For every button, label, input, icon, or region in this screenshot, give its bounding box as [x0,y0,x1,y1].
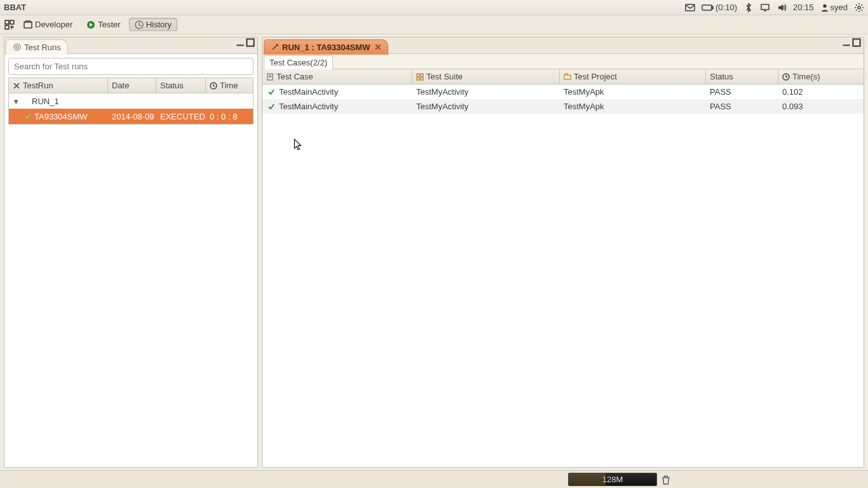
bluetooth-icon[interactable] [743,3,754,13]
testcases-subtab[interactable]: Test Cases(2/2) [264,55,333,69]
col-testcase[interactable]: Test Case [262,69,412,84]
run-date: 2014-08-09 [108,112,156,121]
menubar: BBAT (0:10) 20:15 syed [0,0,868,15]
app-title: BBAT [4,3,26,12]
case-time: 0.102 [778,87,864,97]
col-status[interactable]: Status [156,78,206,93]
run-status: EXECUTED [156,112,206,121]
col-testrun[interactable]: TestRun [9,78,108,93]
perspective-label: Tester [98,20,120,29]
svg-rect-1 [702,5,712,10]
maximize-icon[interactable] [852,39,861,46]
tab-label: RUN_1 : TA93304SMW [282,43,370,52]
svg-rect-19 [421,74,423,76]
statusbar: 128M [0,470,868,488]
case-suite: TestMyActivity [412,102,560,111]
col-time[interactable]: Time [206,78,253,93]
left-body: TestRun Date Status Time ▾ RUN_1 [4,54,257,467]
maximize-icon[interactable] [246,39,255,46]
cases-body: TestMainActivity TestMyActivity TestMyAp… [262,85,864,114]
case-name: TestMainActivity [279,102,338,111]
testruns-table: TestRun Date Status Time ▾ RUN_1 [8,78,254,463]
perspective-bar: Developer Tester History [0,15,868,34]
col-testsuite[interactable]: Test Suite [412,69,560,84]
svg-point-12 [14,44,20,50]
svg-rect-7 [10,20,14,24]
volume-icon[interactable] [776,3,787,13]
open-perspective-icon[interactable] [4,19,15,30]
svg-rect-3 [761,4,769,10]
subtab-row: Test Cases(2/2) [262,54,864,69]
case-row[interactable]: TestMainActivity TestMyActivity TestMyAp… [262,85,864,99]
perspective-label: Developer [35,20,72,29]
left-tabs: Test Runs [4,37,257,54]
cases-header: Test Case Test Suite Test Project Status… [262,69,864,85]
svg-rect-16 [853,39,860,46]
minimize-icon[interactable] [842,39,851,46]
user-name: syed [831,3,848,12]
right-body: Test Cases(2/2) Test Case Test Suite Tes… [262,54,864,467]
test-cases-panel: RUN_1 : TA93304SMW Test Cases(2/2) Test … [262,37,864,468]
battery-text: (0:10) [715,3,737,12]
tab-label: Test Runs [24,43,61,52]
case-project: TestMyApk [560,87,706,97]
test-runs-tab[interactable]: Test Runs [6,39,68,55]
search-input[interactable] [8,58,254,75]
perspective-history[interactable]: History [129,18,177,31]
case-name: TestMainActivity [279,87,338,97]
col-time[interactable]: Time(s) [778,69,864,84]
svg-rect-9 [24,22,32,28]
svg-rect-8 [5,25,9,29]
svg-rect-14 [247,39,254,46]
twisty-icon[interactable]: ▾ [13,97,19,106]
perspective-tester[interactable]: Tester [81,18,126,31]
heap-status[interactable]: 128M [568,473,657,486]
mail-icon[interactable] [685,3,695,13]
run-name: TA93304SMW [34,112,88,121]
svg-point-13 [16,46,18,48]
svg-rect-6 [5,20,9,24]
col-testproject[interactable]: Test Project [560,69,706,84]
main: Test Runs TestRun Date Status [0,34,868,470]
right-tabs: RUN_1 : TA93304SMW [262,37,864,54]
col-status[interactable]: Status [706,69,778,84]
gear-icon[interactable] [854,3,864,13]
clock[interactable]: 20:15 [793,3,814,12]
case-time: 0.093 [778,102,864,111]
svg-point-4 [823,4,826,7]
run-time: 0 : 0 : 8 [206,112,253,121]
network-icon[interactable] [760,3,770,13]
case-row[interactable]: TestMainActivity TestMyActivity TestMyAp… [262,99,864,114]
table-body: ▾ RUN_1 TA93304SMW 2014-08-09 [8,93,254,125]
table-header: TestRun Date Status Time [8,78,254,93]
perspective-developer[interactable]: Developer [18,18,78,31]
tree-row-parent[interactable]: ▾ RUN_1 [9,93,253,109]
svg-rect-21 [421,78,423,80]
trash-icon[interactable] [661,475,671,485]
svg-rect-20 [417,78,419,80]
svg-point-5 [858,6,860,9]
run-name: RUN_1 [32,97,59,106]
case-project: TestMyApk [560,102,706,111]
svg-rect-0 [686,4,695,11]
indicators: (0:10) 20:15 syed [685,3,864,13]
run-editor-tab[interactable]: RUN_1 : TA93304SMW [264,39,388,55]
perspective-label: History [146,20,172,29]
case-status: PASS [706,87,778,97]
case-suite: TestMyActivity [412,87,560,97]
minimize-icon[interactable] [236,39,245,46]
svg-rect-22 [564,75,571,79]
battery-indicator[interactable]: (0:10) [702,3,737,12]
test-runs-panel: Test Runs TestRun Date Status [4,37,258,468]
col-date[interactable]: Date [108,78,156,93]
user-indicator[interactable]: syed [820,3,848,12]
case-status: PASS [706,102,778,111]
tree-row-child[interactable]: TA93304SMW 2014-08-09 EXECUTED 0 : 0 : 8 [9,109,253,124]
svg-rect-2 [712,6,713,9]
close-icon[interactable] [375,44,381,50]
svg-rect-18 [417,74,419,76]
